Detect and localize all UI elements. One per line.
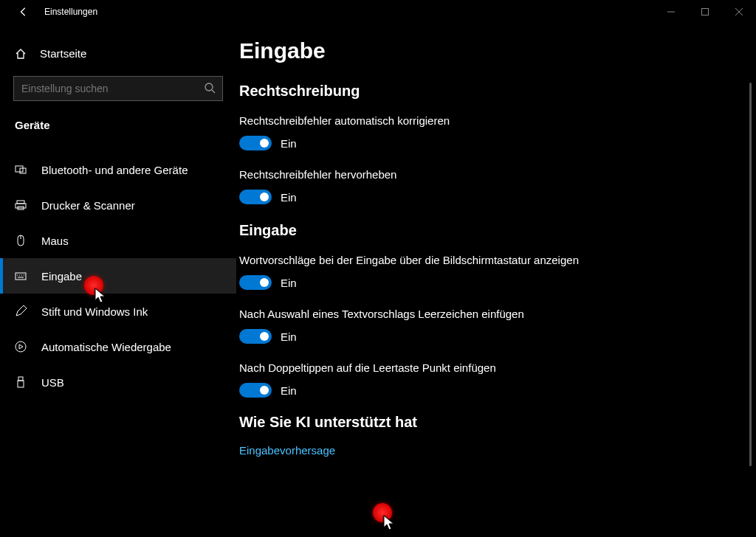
svg-rect-18 xyxy=(18,377,23,381)
setting-autocorrect: Rechtschreibfehler automatisch korrigier… xyxy=(239,113,734,150)
svg-line-3 xyxy=(212,90,215,93)
svg-point-2 xyxy=(205,83,213,91)
sidebar-item-bluetooth[interactable]: Bluetooth- und andere Geräte xyxy=(0,152,236,187)
setting-label: Wortvorschläge bei der Eingabe über die … xyxy=(239,252,653,268)
link-typing-insights[interactable]: Eingabevorhersage xyxy=(239,444,734,457)
sidebar-item-label: Stift und Windows Ink xyxy=(41,305,148,318)
mouse-icon xyxy=(15,235,28,246)
sidebar-item-label: USB xyxy=(41,376,64,389)
setting-label: Rechtschreibfehler hervorheben xyxy=(239,167,653,182)
scrollbar[interactable] xyxy=(749,83,752,466)
section-spelling: Rechtschreibung xyxy=(239,83,734,100)
sidebar-group-label: Geräte xyxy=(0,119,236,143)
toggle-state: Ein xyxy=(281,330,297,343)
sidebar-item-label: Maus xyxy=(41,235,69,247)
svg-rect-11 xyxy=(16,273,26,280)
autoplay-icon xyxy=(15,341,28,353)
sidebar-item-pen[interactable]: Stift und Windows Ink xyxy=(0,294,236,329)
svg-rect-4 xyxy=(16,166,23,172)
svg-point-17 xyxy=(16,342,26,352)
sidebar-item-label: Automatische Wiedergabe xyxy=(41,341,171,353)
setting-label: Rechtschreibfehler automatisch korrigier… xyxy=(239,113,653,128)
setting-space-after: Nach Auswahl eines Textvorschlags Leerze… xyxy=(239,306,734,344)
sidebar-item-autoplay[interactable]: Automatische Wiedergabe xyxy=(0,329,236,364)
close-button[interactable] xyxy=(722,0,756,24)
window-title: Einstellungen xyxy=(44,7,97,17)
setting-double-tap: Nach Doppeltippen auf die Leertaste Punk… xyxy=(239,360,734,398)
svg-rect-1 xyxy=(702,9,709,15)
svg-rect-19 xyxy=(18,381,24,387)
setting-label: Nach Auswahl eines Textvorschlags Leerze… xyxy=(239,306,653,322)
minimize-button[interactable] xyxy=(654,0,688,24)
toggle-space-after[interactable] xyxy=(239,329,272,344)
setting-highlight: Rechtschreibfehler hervorheben Ein xyxy=(239,167,734,204)
sidebar-item-label: Bluetooth- und andere Geräte xyxy=(41,164,188,176)
sidebar: Startseite Geräte Bluetooth- und andere … xyxy=(0,24,236,537)
cursor-icon xyxy=(94,288,108,307)
toggle-state: Ein xyxy=(281,191,297,204)
toggle-double-tap[interactable] xyxy=(239,383,272,398)
cursor-icon xyxy=(383,515,396,534)
toggle-autocorrect[interactable] xyxy=(239,136,272,150)
section-typing: Eingabe xyxy=(239,222,734,239)
search-icon xyxy=(204,82,216,97)
home-label: Startseite xyxy=(40,47,86,60)
window-controls xyxy=(654,0,756,24)
search-box[interactable] xyxy=(13,76,223,101)
sidebar-item-label: Eingabe xyxy=(41,270,82,283)
toggle-state: Ein xyxy=(281,277,297,289)
toggle-suggestions[interactable] xyxy=(239,275,272,290)
sidebar-item-printers[interactable]: Drucker & Scanner xyxy=(0,187,236,223)
search-input[interactable] xyxy=(13,76,223,101)
printer-icon xyxy=(15,199,28,211)
sidebar-item-usb[interactable]: USB xyxy=(0,364,236,400)
sidebar-item-label: Drucker & Scanner xyxy=(41,199,135,212)
usb-icon xyxy=(15,376,28,388)
sidebar-item-mouse[interactable]: Maus xyxy=(0,223,236,258)
home-icon xyxy=(15,48,27,60)
sidebar-item-typing[interactable]: Eingabe xyxy=(0,258,236,294)
home-link[interactable]: Startseite xyxy=(0,38,236,76)
toggle-state: Ein xyxy=(281,137,297,150)
main-content: Eingabe Rechtschreibung Rechtschreibfehl… xyxy=(236,24,756,537)
keyboard-icon xyxy=(15,270,28,282)
svg-rect-6 xyxy=(17,201,24,204)
pen-icon xyxy=(15,305,28,317)
devices-icon xyxy=(15,164,28,176)
back-button[interactable] xyxy=(13,1,34,22)
sidebar-nav: Bluetooth- und andere Geräte Drucker & S… xyxy=(0,152,236,400)
titlebar: Einstellungen xyxy=(0,0,756,24)
toggle-highlight[interactable] xyxy=(239,190,272,204)
page-title: Eingabe xyxy=(239,38,734,63)
setting-suggestions: Wortvorschläge bei der Eingabe über die … xyxy=(239,252,734,290)
setting-label: Nach Doppeltippen auf die Leertaste Punk… xyxy=(239,360,653,375)
maximize-button[interactable] xyxy=(688,0,722,24)
toggle-state: Ein xyxy=(281,384,297,397)
svg-rect-7 xyxy=(16,204,26,208)
section-ai: Wie Sie KI unterstützt hat xyxy=(239,414,734,431)
